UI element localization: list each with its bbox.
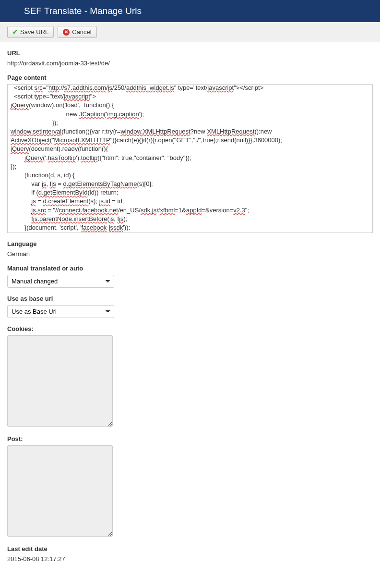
cancel-icon: ✕ [63,29,70,36]
page-header: SEF Translate - Manage Urls [0,0,380,22]
post-textarea[interactable] [7,445,113,537]
page-content-textarea[interactable]: <script src="http://s7.addthis.com/js/25… [7,84,373,233]
save-button[interactable]: ✔ Save URL [7,26,54,38]
toolbar: ✔ Save URL ✕ Cancel [0,22,380,42]
page-content-label: Page content [7,74,373,81]
language-label: Language [7,240,373,247]
baseurl-select[interactable]: Use as Base Url [7,305,114,318]
baseurl-label: Use as base url [7,295,373,302]
manual-label: Manual translated or auto [7,265,373,272]
lastedit-value: 2015-06-08 12:17:27 [7,555,373,563]
form-content: URL http://ordasvit.com/joomla-33-test/d… [0,42,380,572]
cookies-label: Cookies: [7,325,373,332]
manual-select[interactable]: Manual changed [7,275,114,288]
url-label: URL [7,49,373,57]
language-value: German [7,250,373,257]
post-label: Post: [7,435,373,442]
page-title: SEF Translate - Manage Urls [24,6,142,16]
check-icon: ✔ [12,28,18,36]
save-label: Save URL [20,28,48,36]
cancel-label: Cancel [72,28,91,36]
url-value: http://ordasvit.com/joomla-33-test/de/ [7,60,373,67]
lastedit-label: Last edit date [7,545,373,552]
cookies-textarea[interactable] [7,335,113,427]
cancel-button[interactable]: ✕ Cancel [58,26,96,38]
